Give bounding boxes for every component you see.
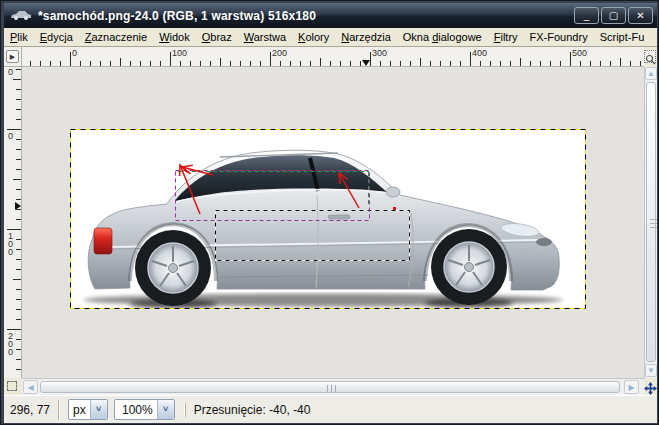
canvas[interactable]: [22, 67, 644, 378]
layer-boundary: [71, 130, 586, 309]
move-arrow-0: [180, 165, 200, 214]
horizontal-ruler[interactable]: 0100200300400500: [22, 47, 644, 67]
moved-selection-rect: [176, 171, 370, 221]
menu-obraz[interactable]: Obraz: [196, 29, 238, 45]
scroll-left-button[interactable]: ◀: [23, 380, 38, 394]
menu-plik[interactable]: Plik: [4, 29, 34, 45]
scroll-up-button[interactable]: ▲: [645, 67, 657, 80]
selection-ants: [216, 211, 410, 261]
selection-rect: [216, 211, 410, 261]
image-area[interactable]: [70, 129, 586, 309]
menu-edycja[interactable]: Edycja: [34, 29, 79, 45]
chevron-down-icon[interactable]: ˅: [90, 400, 107, 419]
quick-mask-icon: [7, 381, 17, 391]
scroll-right-button[interactable]: ▶: [624, 380, 639, 394]
menu-arrow-button[interactable]: ▶: [6, 50, 19, 63]
vertical-scrollbar[interactable]: ▲ ▼: [644, 67, 657, 378]
zoom-toggle-button[interactable]: [644, 47, 657, 67]
app-car-icon: [10, 7, 32, 25]
minimize-button[interactable]: _: [574, 7, 599, 24]
vertical-scroll-thumb[interactable]: [646, 82, 656, 362]
menu-script-fu[interactable]: Script-Fu: [594, 29, 651, 45]
unit-combo[interactable]: px ˅: [68, 399, 108, 420]
horizontal-scroll-thumb[interactable]: [40, 381, 620, 393]
maximize-button[interactable]: ▢: [601, 7, 626, 24]
selection-overlay: [70, 129, 586, 309]
move-arrow-2: [339, 173, 359, 208]
menu-filtry[interactable]: Filtry: [488, 29, 524, 45]
horizontal-scrollbar[interactable]: ◀ ▶: [22, 378, 644, 395]
menu-widok[interactable]: Widok: [153, 29, 196, 45]
menu-kolory[interactable]: Kolory: [292, 29, 335, 45]
zoom-combo[interactable]: 100% ˅: [114, 399, 175, 420]
close-button[interactable]: ✕: [628, 7, 653, 24]
status-bar: 296, 77 px ˅ 100% ˅ Przesunięcie: -40, -…: [4, 395, 657, 423]
red-speck: [393, 207, 396, 210]
move-arrow-head-2: [339, 173, 348, 184]
unit-value: px: [69, 403, 90, 417]
menu-okna-dialogowe[interactable]: Okna dialogowe: [397, 29, 488, 45]
layer-boundary-dashes: [71, 130, 586, 309]
window-title: *samochód.png-24.0 (RGB, 1 warstwa) 516x…: [38, 9, 572, 23]
menu-fx-foundry[interactable]: FX-Foundry: [524, 29, 594, 45]
title-bar[interactable]: *samochód.png-24.0 (RGB, 1 warstwa) 516x…: [4, 3, 657, 28]
chevron-down-icon[interactable]: ˅: [157, 400, 174, 419]
magnifier-icon: [644, 50, 656, 63]
vertical-ruler[interactable]: 01 0 02 0 00: [4, 67, 22, 378]
quick-mask-button[interactable]: [4, 378, 22, 395]
menu-zaznaczenie[interactable]: Zaznaczenie: [79, 29, 153, 45]
zoom-value: 100%: [115, 403, 157, 417]
separator: [58, 400, 60, 420]
ruler-corner: ▶: [4, 47, 22, 67]
navigation-button[interactable]: [644, 378, 657, 395]
menu-warstwa[interactable]: Warstwa: [238, 29, 292, 45]
gimp-window: *samochód.png-24.0 (RGB, 1 warstwa) 516x…: [0, 0, 659, 425]
menu-narzedzia[interactable]: Narzędzia: [335, 29, 397, 45]
menu-bar: PlikEdycjaZaznaczenieWidokObrazWarstwaKo…: [4, 28, 657, 47]
status-message: Przesunięcie: -40, -40: [185, 403, 657, 417]
pointer-position: 296, 77: [4, 403, 56, 417]
scroll-down-button[interactable]: ▼: [645, 364, 657, 377]
